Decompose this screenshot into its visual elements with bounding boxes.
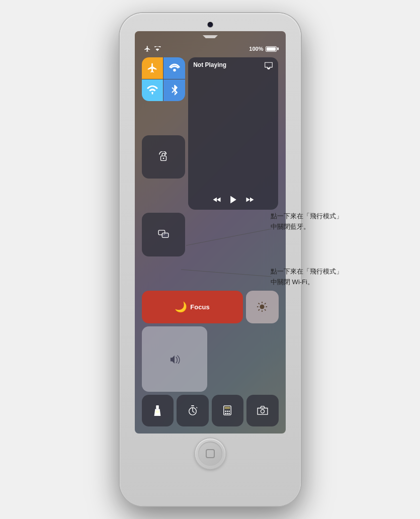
device-shell: 100% (120, 13, 301, 506)
brightness-tile[interactable] (246, 291, 279, 323)
hotspot-button[interactable] (163, 57, 185, 79)
camera-tile[interactable] (246, 395, 279, 427)
airplane-mode-button[interactable] (142, 57, 163, 79)
flashlight-icon (153, 405, 162, 416)
svg-marker-4 (230, 196, 236, 204)
svg-marker-3 (217, 198, 221, 202)
focus-tile[interactable]: 🌙 Focus (142, 291, 243, 323)
svg-line-18 (265, 309, 266, 310)
volume-tile[interactable] (142, 326, 207, 392)
camera-icon (257, 406, 268, 415)
calculator-tile[interactable] (212, 395, 244, 427)
home-button[interactable] (195, 439, 225, 469)
play-button[interactable] (228, 195, 238, 205)
airplay-button[interactable] (264, 61, 273, 69)
focus-label: Focus (190, 303, 209, 311)
controls-main-grid: Not Playing (142, 57, 279, 288)
svg-rect-11 (162, 233, 169, 238)
connectivity-block (142, 57, 186, 101)
hotspot-icon (169, 62, 180, 73)
screen-mirror-icon (158, 230, 169, 239)
now-playing-tile[interactable]: Not Playing (188, 57, 278, 210)
svg-line-17 (259, 303, 260, 304)
svg-point-8 (162, 157, 164, 159)
screen-mirror-button[interactable] (142, 213, 186, 256)
screen: 100% (135, 31, 286, 434)
svg-marker-6 (250, 198, 254, 202)
orientation-lock-button[interactable] (142, 135, 186, 179)
orientation-lock-icon (158, 151, 169, 162)
svg-point-1 (152, 93, 153, 95)
svg-point-29 (229, 411, 230, 412)
svg-point-23 (156, 410, 159, 413)
battery-icon (266, 46, 277, 52)
svg-point-27 (225, 411, 226, 412)
status-bar: 100% (142, 45, 279, 52)
svg-point-28 (227, 411, 228, 412)
svg-point-33 (261, 409, 264, 413)
svg-line-20 (259, 309, 260, 310)
rewind-button[interactable] (212, 196, 221, 204)
svg-line-19 (265, 303, 266, 304)
swipe-down-indicator[interactable] (203, 36, 218, 39)
svg-marker-2 (213, 198, 217, 202)
airplane-icon (147, 62, 158, 73)
control-center-overlay: 100% (135, 31, 286, 434)
home-button-inner (198, 442, 222, 466)
battery-percent: 100% (249, 46, 263, 52)
play-icon (228, 195, 238, 205)
focus-moon-icon: 🌙 (175, 301, 187, 313)
timer-icon (188, 405, 198, 416)
bottom-row (142, 395, 279, 427)
wifi-icon (147, 85, 158, 95)
bluetooth-icon (170, 84, 179, 96)
rewind-icon (212, 196, 221, 204)
status-right: 100% (249, 46, 276, 52)
airplane-status-icon (144, 45, 151, 52)
wifi-button[interactable] (142, 79, 163, 101)
now-playing-title: Not Playing (193, 61, 226, 68)
bluetooth-button[interactable] (163, 79, 185, 101)
media-controls (193, 193, 273, 207)
timer-tile[interactable] (177, 395, 209, 427)
calculator-icon (223, 405, 232, 415)
brightness-icon (257, 301, 268, 312)
focus-brightness-row: 🌙 Focus (142, 291, 279, 392)
svg-point-0 (173, 69, 176, 72)
volume-icon (169, 355, 180, 364)
home-button-square (206, 449, 215, 458)
front-camera (208, 22, 213, 27)
svg-point-12 (260, 304, 264, 309)
wifi-status-icon (154, 46, 161, 52)
now-playing-top: Not Playing (193, 61, 273, 69)
svg-rect-21 (156, 405, 159, 409)
svg-marker-5 (246, 198, 250, 202)
flashlight-tile[interactable] (142, 395, 174, 427)
svg-point-30 (225, 413, 226, 414)
status-left (144, 45, 161, 52)
svg-point-32 (229, 413, 230, 414)
svg-point-31 (227, 413, 228, 414)
svg-rect-26 (225, 407, 230, 409)
forward-icon (245, 196, 255, 204)
airplay-icon-svg (264, 61, 273, 69)
forward-button[interactable] (245, 196, 255, 204)
